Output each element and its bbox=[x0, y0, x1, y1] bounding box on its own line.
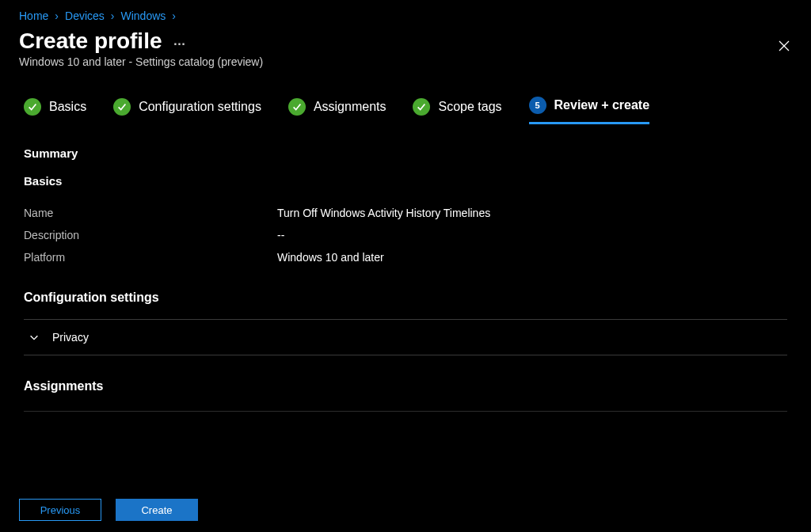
step-scope-tags[interactable]: Scope tags bbox=[413, 98, 501, 124]
kv-label: Description bbox=[24, 229, 277, 241]
check-icon bbox=[413, 98, 430, 116]
step-config-label: Configuration settings bbox=[139, 100, 261, 114]
chevron-right-icon: › bbox=[55, 10, 59, 22]
chevron-down-icon bbox=[29, 332, 40, 343]
step-basics-label: Basics bbox=[49, 100, 86, 114]
close-icon bbox=[778, 40, 790, 52]
check-icon bbox=[113, 98, 131, 116]
kv-value: -- bbox=[277, 229, 284, 241]
divider bbox=[24, 411, 787, 412]
step-assignments[interactable]: Assignments bbox=[288, 98, 386, 124]
breadcrumb: Home › Devices › Windows › bbox=[0, 0, 811, 25]
wizard-footer: Previous Create bbox=[0, 488, 811, 532]
check-icon bbox=[24, 98, 41, 116]
check-icon bbox=[288, 98, 306, 116]
step-review-create[interactable]: 5 Review + create bbox=[529, 97, 650, 124]
kv-row-description: Description -- bbox=[24, 224, 787, 246]
page-title-row: Create profile … bbox=[19, 28, 187, 54]
step-configuration-settings[interactable]: Configuration settings bbox=[113, 98, 261, 124]
kv-label: Name bbox=[24, 207, 277, 219]
create-button[interactable]: Create bbox=[116, 499, 198, 521]
kv-value: Windows 10 and later bbox=[277, 251, 384, 264]
page-header: Create profile … Windows 10 and later - … bbox=[0, 25, 811, 68]
breadcrumb-devices[interactable]: Devices bbox=[65, 10, 105, 22]
step-review-label: Review + create bbox=[554, 98, 650, 112]
basics-heading: Basics bbox=[24, 174, 787, 188]
close-button[interactable] bbox=[773, 35, 795, 57]
page-subtitle: Windows 10 and later - Settings catalog … bbox=[19, 55, 773, 68]
step-basics[interactable]: Basics bbox=[24, 98, 86, 124]
expander-privacy[interactable]: Privacy bbox=[24, 319, 787, 355]
summary-panel: Summary Basics Name Turn Off Windows Act… bbox=[0, 124, 811, 412]
step-number-badge: 5 bbox=[529, 97, 546, 114]
page-title: Create profile bbox=[19, 28, 162, 54]
step-scope-tags-label: Scope tags bbox=[438, 100, 501, 114]
chevron-right-icon: › bbox=[172, 10, 176, 22]
kv-value: Turn Off Windows Activity History Timeli… bbox=[277, 207, 490, 219]
chevron-right-icon: › bbox=[111, 10, 115, 22]
wizard-steps: Basics Configuration settings Assignment… bbox=[0, 68, 811, 124]
config-settings-heading: Configuration settings bbox=[24, 291, 787, 305]
kv-label: Platform bbox=[24, 251, 277, 264]
kv-row-platform: Platform Windows 10 and later bbox=[24, 246, 787, 268]
summary-heading: Summary bbox=[24, 146, 787, 160]
more-actions-button[interactable]: … bbox=[173, 34, 187, 48]
previous-button[interactable]: Previous bbox=[19, 499, 101, 521]
kv-row-name: Name Turn Off Windows Activity History T… bbox=[24, 202, 787, 224]
breadcrumb-windows[interactable]: Windows bbox=[121, 10, 166, 22]
step-assignments-label: Assignments bbox=[314, 100, 386, 114]
assignments-heading: Assignments bbox=[24, 379, 787, 393]
expander-privacy-label: Privacy bbox=[52, 331, 89, 344]
breadcrumb-home[interactable]: Home bbox=[19, 10, 48, 22]
